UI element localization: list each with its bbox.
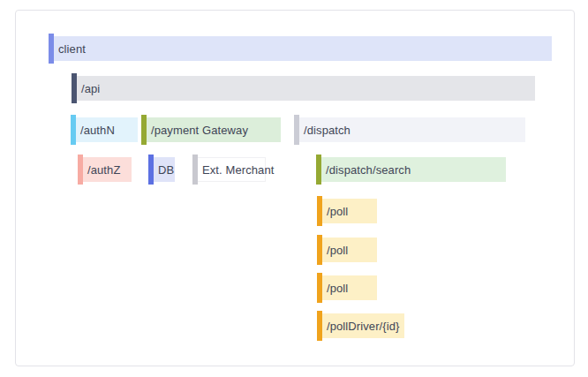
trace-span-client: client (49, 36, 552, 61)
span-accent-bar (317, 273, 322, 303)
trace-span-poll-1: /poll (317, 199, 377, 223)
span-accent-bar (317, 235, 322, 265)
span-label: /dispatch/search (326, 163, 411, 177)
trace-span-dispatch: /dispatch (294, 117, 525, 142)
trace-panel: client/api/authN/payment Gateway/dispatc… (15, 10, 575, 366)
span-label: /dispatch (304, 124, 351, 137)
span-accent-bar (192, 155, 198, 185)
trace-span-poll-2: /poll (317, 238, 377, 262)
span-label: /api (81, 82, 100, 95)
span-label: Ext. Merchant (202, 163, 275, 177)
span-label: /pollDriver/{id} (327, 320, 400, 333)
span-accent-bar (49, 34, 54, 64)
span-accent-bar (72, 73, 77, 103)
span-label: client (58, 42, 86, 56)
trace-span-api: /api (72, 76, 535, 101)
trace-span-polldriver-id: /pollDriver/{id} (317, 313, 404, 338)
span-label: /payment Gateway (151, 124, 248, 137)
span-accent-bar (294, 115, 299, 145)
span-accent-bar (148, 155, 154, 185)
span-label: /poll (327, 282, 348, 295)
span-accent-bar (316, 155, 321, 185)
span-label: /poll (327, 244, 348, 257)
trace-span-ext-merchant: Ext. Merchant (192, 157, 266, 182)
trace-span-poll-3: /poll (317, 275, 377, 300)
trace-span-authn: /authN (71, 117, 138, 142)
trace-span-dispatch-search: /dispatch/search (316, 157, 506, 182)
span-label: /authZ (87, 163, 120, 177)
span-label: DB (158, 163, 174, 177)
trace-span-authz: /authZ (78, 157, 132, 182)
span-accent-bar (71, 115, 76, 145)
span-accent-bar (317, 196, 322, 226)
span-accent-bar (78, 155, 83, 185)
trace-span-payment-gateway: /payment Gateway (141, 117, 281, 142)
span-label: /poll (327, 205, 348, 218)
span-accent-bar (141, 115, 147, 145)
trace-span-db: DB (148, 157, 175, 182)
span-label: /authN (80, 124, 115, 137)
span-accent-bar (317, 311, 322, 341)
